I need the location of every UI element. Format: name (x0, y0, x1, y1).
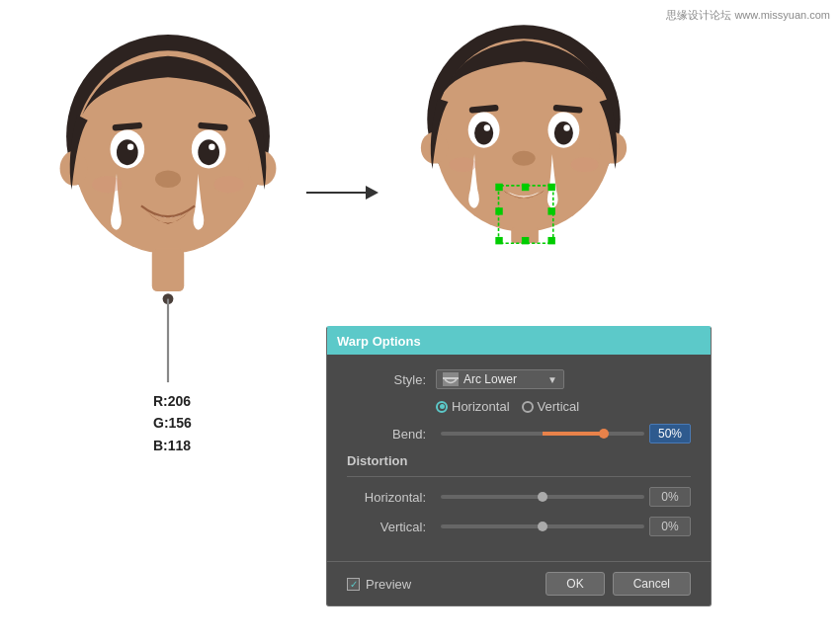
bend-label: Bend: (347, 427, 426, 442)
vertical-radio[interactable]: Vertical (522, 399, 580, 414)
dropdown-arrow-icon: ▼ (547, 374, 557, 385)
horizontal-radio-circle (436, 401, 448, 413)
horiz-distortion-row: Horizontal: 0% (347, 487, 691, 507)
horiz-distortion-value[interactable]: 0% (649, 487, 691, 507)
preview-checkbox[interactable]: ✓ (347, 578, 360, 591)
dialog-title: Warp Options (327, 328, 711, 355)
svg-rect-41 (522, 237, 529, 244)
distortion-label: Distortion (347, 453, 691, 468)
style-dropdown[interactable]: Arc Lower ▼ (436, 369, 564, 389)
color-g: G:156 (153, 412, 192, 434)
color-info: R:206 G:156 B:118 (153, 390, 192, 456)
svg-point-32 (512, 151, 535, 166)
svg-rect-39 (547, 207, 554, 214)
bend-slider-track[interactable] (441, 432, 644, 436)
svg-point-12 (155, 171, 181, 188)
style-icon (443, 372, 459, 386)
preview-checkbox-area[interactable]: ✓ Preview (347, 577, 411, 592)
vert-distortion-slider[interactable] (436, 524, 649, 528)
vert-track[interactable] (441, 524, 644, 528)
left-face-svg (40, 20, 296, 435)
vert-thumb[interactable] (538, 522, 547, 531)
svg-marker-19 (366, 186, 378, 200)
svg-point-28 (474, 121, 493, 144)
vert-distortion-row: Vertical: 0% (347, 517, 691, 536)
horiz-distortion-label: Horizontal: (347, 490, 426, 505)
color-r: R:206 (153, 390, 192, 412)
bend-slider-fill (543, 432, 604, 436)
dialog-content: Style: Arc Lower ▼ Horizontal (327, 355, 711, 561)
vert-distortion-value[interactable]: 0% (649, 517, 691, 536)
vertical-radio-circle (522, 401, 534, 413)
cancel-button[interactable]: Cancel (613, 572, 691, 596)
svg-point-44 (571, 157, 599, 172)
bend-slider-thumb[interactable] (599, 429, 609, 439)
bend-value[interactable]: 50% (649, 424, 691, 443)
svg-point-11 (209, 144, 215, 151)
svg-point-16 (92, 176, 122, 193)
svg-rect-13 (152, 249, 185, 291)
orientation-radio-group: Horizontal Vertical (436, 399, 579, 414)
svg-point-8 (117, 139, 138, 165)
preview-label: Preview (366, 577, 411, 592)
svg-rect-40 (495, 237, 502, 244)
horizontal-label: Horizontal (452, 399, 510, 414)
right-face-svg (395, 20, 652, 356)
svg-point-30 (484, 124, 490, 130)
right-face-area (395, 20, 652, 356)
footer-buttons: OK Cancel (546, 572, 691, 596)
style-value: Arc Lower (463, 372, 517, 386)
warp-dialog: Warp Options Style: Arc Lower ▼ (326, 326, 712, 606)
bend-row: Bend: 50% (347, 424, 691, 443)
svg-rect-36 (522, 184, 529, 191)
svg-rect-42 (547, 237, 554, 244)
vertical-label: Vertical (538, 399, 580, 414)
svg-rect-38 (495, 207, 502, 214)
horizontal-radio[interactable]: Horizontal (436, 399, 510, 414)
horiz-distortion-slider[interactable] (436, 495, 649, 499)
bend-slider-container[interactable] (436, 432, 649, 436)
dialog-footer: ✓ Preview OK Cancel (327, 561, 711, 605)
style-row: Style: Arc Lower ▼ (347, 369, 691, 389)
orientation-row: Horizontal Vertical (436, 399, 691, 414)
style-label: Style: (347, 372, 426, 387)
svg-point-17 (214, 176, 244, 193)
distortion-divider (347, 476, 691, 477)
svg-point-29 (554, 121, 573, 144)
left-face-area (40, 20, 296, 435)
watermark: 思缘设计论坛 www.missyuan.com (666, 8, 830, 23)
horiz-track[interactable] (441, 495, 644, 499)
svg-rect-37 (547, 184, 554, 191)
svg-rect-35 (495, 184, 502, 191)
arrow-area (301, 178, 380, 207)
ok-button[interactable]: OK (546, 572, 604, 596)
vert-distortion-label: Vertical: (347, 520, 426, 534)
horiz-thumb[interactable] (538, 492, 547, 502)
svg-point-10 (127, 144, 134, 151)
svg-point-43 (450, 157, 477, 172)
svg-point-9 (198, 139, 219, 165)
svg-point-31 (563, 124, 569, 130)
color-b: B:118 (153, 435, 192, 456)
